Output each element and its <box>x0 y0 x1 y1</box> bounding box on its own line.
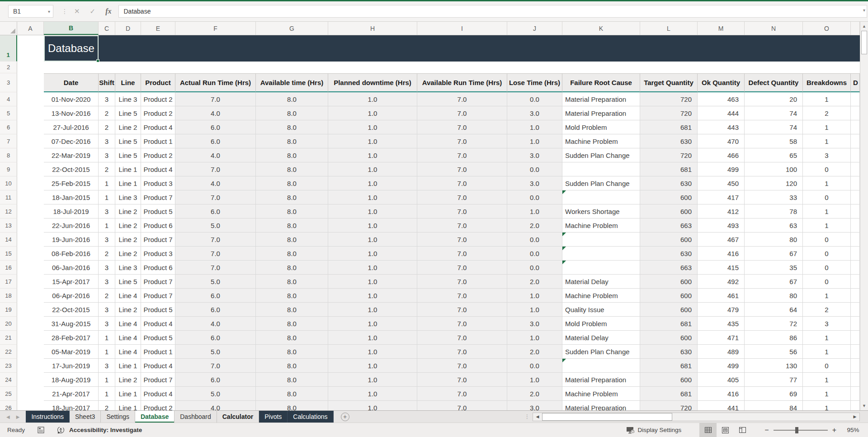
cell-H11[interactable]: 1.0 <box>328 190 417 204</box>
cell-A4[interactable] <box>17 92 44 106</box>
cell-O5[interactable]: 2 <box>803 106 851 120</box>
cell-F7[interactable]: 6.0 <box>175 134 256 148</box>
cell-G21[interactable]: 8.0 <box>256 331 328 345</box>
zoom-slider-track[interactable] <box>774 430 828 431</box>
cell-P6[interactable] <box>851 120 860 134</box>
cell-I5[interactable]: 7.0 <box>417 106 507 120</box>
row-header-4[interactable]: 4 <box>0 92 17 106</box>
cell-P11[interactable] <box>851 190 860 204</box>
cell-G5[interactable]: 8.0 <box>256 106 328 120</box>
cell-E7[interactable]: Product 1 <box>141 134 175 148</box>
cell-K25[interactable]: Machine Problem <box>562 387 640 401</box>
cell-C18[interactable]: 2 <box>99 289 115 303</box>
row-header-25[interactable]: 25 <box>0 387 17 401</box>
cell-B19[interactable]: 22-Oct-2015 <box>44 303 99 317</box>
cell-K12[interactable]: Workers Shortage <box>562 204 640 218</box>
cell-A1[interactable] <box>17 35 44 62</box>
cell-C14[interactable]: 3 <box>99 233 115 247</box>
cell-E8[interactable]: Product 2 <box>141 148 175 162</box>
cell-D19[interactable]: Line 2 <box>115 303 141 317</box>
cell-N16[interactable]: 35 <box>745 261 803 275</box>
cell-M5[interactable]: 444 <box>698 106 745 120</box>
cell-L17[interactable]: 600 <box>640 275 698 289</box>
cell-C4[interactable]: 3 <box>99 92 115 106</box>
cell-N18[interactable]: 80 <box>745 289 803 303</box>
cell-D14[interactable]: Line 2 <box>115 233 141 247</box>
sheet-tab-pivots[interactable]: Pivots <box>259 411 288 423</box>
cell-K7[interactable]: Machine Problem <box>562 134 640 148</box>
cell-J19[interactable]: 1.0 <box>507 303 562 317</box>
cell-J7[interactable]: 1.0 <box>507 134 562 148</box>
sheet-tab-settings[interactable]: Settings <box>101 411 135 423</box>
cell-A12[interactable] <box>17 204 44 218</box>
cell-H19[interactable]: 1.0 <box>328 303 417 317</box>
cell-N12[interactable]: 78 <box>745 204 803 218</box>
normal-view-button[interactable] <box>699 423 717 437</box>
cell-I20[interactable]: 7.0 <box>417 317 507 331</box>
cell-D16[interactable]: Line 3 <box>115 261 141 275</box>
cell-D15[interactable]: Line 2 <box>115 247 141 261</box>
cell-E10[interactable]: Product 3 <box>141 176 175 190</box>
cell-E16[interactable]: Product 6 <box>141 261 175 275</box>
zoom-in-icon[interactable]: + <box>828 426 841 434</box>
cell-E6[interactable]: Product 4 <box>141 120 175 134</box>
macro-record-icon[interactable] <box>38 427 44 433</box>
cell-G13[interactable]: 8.0 <box>256 218 328 233</box>
column-header-C[interactable]: C <box>99 22 115 35</box>
cell-A3[interactable] <box>17 73 44 92</box>
column-header-J[interactable]: J <box>507 22 562 35</box>
cell-H14[interactable]: 1.0 <box>328 233 417 247</box>
cell-K20[interactable]: Mold Problem <box>562 317 640 331</box>
cell-D7[interactable]: Line 5 <box>115 134 141 148</box>
cell-D10[interactable]: Line 1 <box>115 176 141 190</box>
page-break-preview-button[interactable] <box>734 423 751 437</box>
cell-G18[interactable]: 8.0 <box>256 289 328 303</box>
cell-I12[interactable]: 7.0 <box>417 204 507 218</box>
row-header-7[interactable]: 7 <box>0 134 17 148</box>
cell-J21[interactable]: 1.0 <box>507 331 562 345</box>
header-cell-shift[interactable]: Shift <box>99 73 115 92</box>
cell-E11[interactable]: Product 7 <box>141 190 175 204</box>
cell-B18[interactable]: 06-Apr-2016 <box>44 289 99 303</box>
cell-O7[interactable]: 1 <box>803 134 851 148</box>
column-header-F[interactable]: F <box>175 22 256 35</box>
cell-H16[interactable]: 1.0 <box>328 261 417 275</box>
column-header-partial[interactable] <box>851 22 860 35</box>
cell-G6[interactable]: 8.0 <box>256 120 328 134</box>
cell-B20[interactable]: 31-Aug-2015 <box>44 317 99 331</box>
cell-L11[interactable]: 600 <box>640 190 698 204</box>
cell-H9[interactable]: 1.0 <box>328 162 417 176</box>
row-header-13[interactable]: 13 <box>0 218 17 233</box>
cell-N6[interactable]: 74 <box>745 120 803 134</box>
row-header-19[interactable]: 19 <box>0 303 17 317</box>
vertical-scrollbar-thumb[interactable] <box>861 31 867 54</box>
row-header-11[interactable]: 11 <box>0 190 17 204</box>
cell-I11[interactable]: 7.0 <box>417 190 507 204</box>
cell-H20[interactable]: 1.0 <box>328 317 417 331</box>
cell-A11[interactable] <box>17 190 44 204</box>
cell-N26[interactable]: 84 <box>745 401 803 410</box>
row-header-2[interactable]: 2 <box>0 62 17 73</box>
cell-M14[interactable]: 467 <box>698 233 745 247</box>
header-cell-actual-run-time-hrs-[interactable]: Actual Run Time (Hrs) <box>175 73 256 92</box>
cell-M23[interactable]: 499 <box>698 359 745 373</box>
cell-M19[interactable]: 479 <box>698 303 745 317</box>
cell-K9[interactable] <box>562 162 640 176</box>
cell-K21[interactable]: Material Delay <box>562 331 640 345</box>
cell-B26[interactable]: 18-Jun-2017 <box>44 401 99 410</box>
cell-P12[interactable] <box>851 204 860 218</box>
cell-G25[interactable]: 8.0 <box>256 387 328 401</box>
cell-O8[interactable]: 3 <box>803 148 851 162</box>
cell-J20[interactable]: 3.0 <box>507 317 562 331</box>
cell-A14[interactable] <box>17 233 44 247</box>
cell-B10[interactable]: 25-Feb-2015 <box>44 176 99 190</box>
cell-K22[interactable]: Sudden Plan Change <box>562 345 640 359</box>
cell-A18[interactable] <box>17 289 44 303</box>
cell-F11[interactable]: 7.0 <box>175 190 256 204</box>
cell-O11[interactable]: 0 <box>803 190 851 204</box>
cell-F22[interactable]: 5.0 <box>175 345 256 359</box>
scroll-right-icon[interactable]: ▶ <box>850 414 859 419</box>
cell-O9[interactable]: 0 <box>803 162 851 176</box>
cell-P22[interactable] <box>851 345 860 359</box>
cell-O20[interactable]: 3 <box>803 317 851 331</box>
